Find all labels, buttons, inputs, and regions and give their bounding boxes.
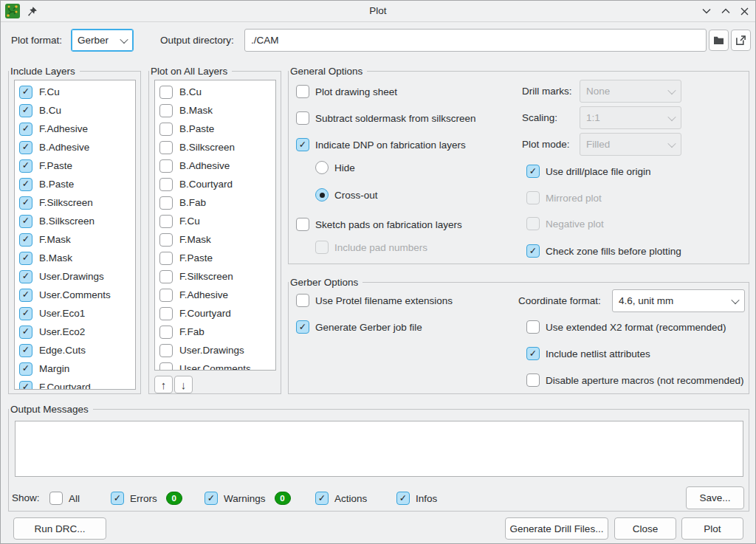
checkbox[interactable] (526, 373, 540, 387)
close-window-icon[interactable] (737, 4, 752, 18)
radio-button[interactable] (315, 161, 329, 174)
checkbox[interactable] (159, 141, 173, 154)
layer-row[interactable]: B.Silkscreen (155, 138, 275, 156)
layer-row[interactable]: F.Silkscreen (155, 267, 275, 286)
checkbox[interactable] (159, 159, 173, 173)
option-generate-gerber-job-file[interactable]: ✓Generate Gerber job file (296, 318, 422, 336)
layer-row[interactable]: ✓User.Eco2 (15, 323, 135, 341)
layer-row[interactable]: ✓Margin (15, 359, 135, 378)
checkbox[interactable] (296, 294, 309, 307)
filter-warnings[interactable]: ✓Warnings0 (205, 489, 291, 507)
plot-button[interactable]: Plot (681, 517, 743, 540)
checkbox[interactable]: ✓ (19, 178, 32, 191)
option-use-protel-extensions[interactable]: Use Protel filename extensions (296, 292, 453, 309)
checkbox[interactable] (159, 233, 173, 247)
checkbox[interactable]: ✓ (19, 86, 32, 99)
layer-row[interactable]: ✓Edge.Cuts (15, 341, 135, 359)
layer-row[interactable]: ✓B.Silkscreen (15, 212, 135, 230)
layer-row[interactable]: F.Cu (155, 212, 275, 230)
checkbox[interactable]: ✓ (315, 492, 329, 505)
layer-row[interactable]: ✓B.Paste (15, 175, 135, 193)
layer-row[interactable]: ✓F.Adhesive (15, 120, 135, 138)
checkbox[interactable]: ✓ (19, 252, 32, 265)
checkbox[interactable] (159, 86, 173, 99)
layer-row[interactable]: F.Adhesive (155, 286, 275, 304)
checkbox[interactable]: ✓ (526, 244, 540, 258)
option-use-drill-origin[interactable]: ✓Use drill/place file origin (526, 162, 651, 180)
checkbox[interactable]: ✓ (396, 492, 410, 505)
layer-row[interactable]: B.Courtyard (155, 175, 275, 193)
checkbox[interactable] (159, 123, 173, 136)
checkbox[interactable]: ✓ (19, 344, 32, 357)
radio-button[interactable] (315, 188, 329, 202)
checkbox[interactable] (159, 270, 173, 283)
layer-row[interactable]: ✓B.Adhesive (15, 138, 135, 156)
move-layer-down-button[interactable]: ↓ (174, 376, 193, 393)
layer-row[interactable]: ✓F.Mask (15, 230, 135, 249)
checkbox[interactable] (159, 326, 173, 339)
checkbox[interactable] (49, 492, 63, 505)
layer-row[interactable]: ✓User.Comments (15, 286, 135, 304)
layer-row[interactable]: B.Paste (155, 120, 275, 138)
checkbox[interactable]: ✓ (19, 104, 32, 117)
checkbox[interactable]: ✓ (296, 320, 309, 334)
checkbox[interactable] (159, 307, 173, 320)
checkbox[interactable] (526, 320, 540, 334)
option-dnp-hide[interactable]: Hide (315, 159, 355, 176)
output-messages-area[interactable] (15, 421, 743, 477)
include-layers-list[interactable]: ✓F.Cu✓B.Cu✓F.Adhesive✓B.Adhesive✓F.Paste… (14, 80, 136, 390)
checkbox[interactable]: ✓ (19, 141, 32, 154)
layer-row[interactable]: ✓F.Cu (15, 83, 135, 101)
checkbox[interactable]: ✓ (19, 307, 32, 320)
option-plot-drawing-sheet[interactable]: Plot drawing sheet (296, 83, 397, 100)
checkbox[interactable]: ✓ (526, 165, 540, 178)
option-subtract-soldermask[interactable]: Subtract soldermask from silkscreen (296, 109, 476, 127)
filter-infos[interactable]: ✓Infos (396, 489, 437, 507)
checkbox[interactable]: ✓ (296, 138, 309, 151)
plot-format-select[interactable]: Gerber (71, 29, 134, 52)
checkbox[interactable]: ✓ (19, 233, 32, 247)
checkbox[interactable]: ✓ (19, 215, 32, 228)
layer-row[interactable]: ✓User.Drawings (15, 267, 135, 286)
browse-folder-button[interactable] (709, 30, 729, 51)
checkbox[interactable] (296, 85, 309, 98)
checkbox[interactable] (159, 344, 173, 357)
layer-row[interactable]: ✓F.Courtyard (15, 378, 135, 390)
checkbox[interactable]: ✓ (19, 381, 32, 390)
layer-row[interactable]: ✓F.Silkscreen (15, 193, 135, 212)
option-dnp-crossout[interactable]: Cross-out (315, 186, 378, 204)
filter-all[interactable]: All (49, 489, 80, 507)
checkbox[interactable] (296, 218, 309, 231)
shade-window-icon[interactable] (699, 4, 714, 18)
move-layer-up-button[interactable]: ↑ (154, 376, 173, 393)
checkbox[interactable]: ✓ (19, 362, 32, 376)
close-button[interactable]: Close (614, 517, 676, 540)
checkbox[interactable] (159, 215, 173, 228)
open-output-directory-button[interactable] (731, 30, 751, 51)
layer-row[interactable]: F.Paste (155, 249, 275, 267)
checkbox[interactable]: ✓ (19, 326, 32, 339)
layer-row[interactable]: F.Courtyard (155, 304, 275, 323)
checkbox[interactable]: ✓ (111, 492, 124, 505)
checkbox[interactable] (296, 111, 309, 125)
layer-row[interactable]: ✓F.Paste (15, 156, 135, 175)
checkbox[interactable]: ✓ (526, 347, 540, 360)
layer-row[interactable]: User.Drawings (155, 341, 275, 359)
output-directory-input[interactable] (244, 29, 707, 52)
layer-row[interactable]: ✓B.Cu (15, 101, 135, 120)
checkbox[interactable]: ✓ (205, 492, 218, 505)
checkbox[interactable] (159, 104, 173, 117)
layer-row[interactable]: F.Fab (155, 323, 275, 341)
checkbox[interactable]: ✓ (19, 123, 32, 136)
plot-on-all-layers-list[interactable]: B.CuB.MaskB.PasteB.SilkscreenB.AdhesiveB… (154, 80, 276, 371)
checkbox[interactable] (159, 362, 173, 371)
run-drc-button[interactable]: Run DRC... (13, 517, 106, 540)
checkbox[interactable]: ✓ (19, 159, 32, 173)
layer-row[interactable]: ✓User.Eco1 (15, 304, 135, 323)
checkbox[interactable]: ✓ (19, 196, 32, 210)
option-indicate-dnp[interactable]: ✓Indicate DNP on fabrication layers (296, 136, 466, 154)
layer-row[interactable]: B.Mask (155, 101, 275, 120)
maximize-window-icon[interactable] (718, 4, 733, 18)
checkbox[interactable]: ✓ (19, 270, 32, 283)
checkbox[interactable] (159, 252, 173, 265)
